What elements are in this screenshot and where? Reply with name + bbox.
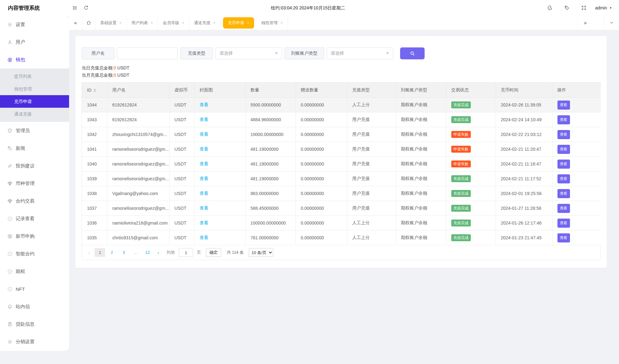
cell-type: 人工上分: [347, 98, 396, 112]
cover-view-link[interactable]: 查看: [200, 117, 209, 122]
status-badge: 充值完成: [451, 101, 471, 108]
sidebar-item-label: 智能合约: [16, 251, 35, 257]
per-page-select[interactable]: 10 条/页: [249, 248, 273, 257]
tag-icon[interactable]: [561, 2, 573, 14]
column-header-0[interactable]: ID: [82, 83, 107, 98]
sidebar-item-settings[interactable]: 设置: [0, 16, 69, 33]
confirm-button[interactable]: 确定: [206, 248, 221, 257]
sidebar-item-new-coin[interactable]: 新币申购: [0, 227, 69, 245]
view-button[interactable]: 查看: [557, 160, 570, 169]
totals: 当日充值总金额:0 USDT 当月充值总金额:0 USDT: [82, 64, 600, 79]
cell-coin: USDT: [169, 157, 194, 171]
page-1[interactable]: 1: [95, 248, 105, 257]
cell-id: 1039: [82, 171, 107, 186]
sidebar-item-smart-contract[interactable]: 智能合约: [0, 245, 69, 263]
theme-palette-icon[interactable]: [544, 2, 556, 14]
account-type-select[interactable]: 请选择: [327, 47, 393, 59]
sidebar-item-feedback[interactable]: 投拆建议: [0, 157, 69, 175]
cover-view-link[interactable]: 查看: [200, 102, 209, 107]
view-button[interactable]: 查看: [557, 174, 570, 183]
tab-5[interactable]: 钱包管理×: [257, 16, 288, 30]
cell-username: namioliveira218@gmail.com: [107, 216, 169, 231]
sidebar-item-label: 设置: [16, 22, 25, 28]
sidebar-toggle-icon[interactable]: [69, 2, 80, 14]
sidebar-item-distribution[interactable]: 分销设置: [0, 333, 69, 350]
tab-1[interactable]: 用户列表×: [127, 16, 158, 30]
page-12[interactable]: 12: [142, 248, 153, 257]
tabs-scroll-left-icon[interactable]: «: [69, 16, 82, 30]
close-icon[interactable]: ×: [182, 21, 184, 25]
cover-view-link[interactable]: 查看: [200, 235, 209, 240]
sidebar-item-records[interactable]: 记录查看: [0, 210, 69, 227]
sidebar-subitem-3[interactable]: 通道充值: [0, 108, 69, 120]
sidebar-item-admins[interactable]: 管理员: [0, 122, 69, 139]
fullscreen-icon[interactable]: [578, 2, 589, 14]
sidebar-item-news[interactable]: 新闻: [0, 139, 69, 157]
sidebar-subitem-2[interactable]: 充币申请: [0, 95, 69, 108]
cover-view-link[interactable]: 查看: [200, 132, 209, 137]
sidebar-subitem-0[interactable]: 提币列表: [0, 70, 69, 83]
cell-time: 2024-02-21 11:18:47: [496, 157, 552, 171]
table-row: 1035chriiis9315@gmail.comUSDT查看781.00000…: [82, 231, 601, 245]
cell-amount: 481.19000000: [245, 171, 296, 186]
close-icon[interactable]: ×: [280, 21, 283, 25]
cell-action: 查看: [552, 157, 601, 171]
username-input[interactable]: [117, 47, 178, 59]
cover-view-link[interactable]: 查看: [200, 161, 209, 166]
recharge-type-filter-label: 充值类型: [180, 47, 213, 59]
cover-view-link[interactable]: 查看: [200, 220, 209, 225]
cover-view-link[interactable]: 查看: [200, 176, 209, 181]
cell-type: 用户充值: [347, 157, 396, 171]
cover-view-link[interactable]: 查看: [200, 191, 209, 196]
goto-page-input[interactable]: [179, 248, 193, 257]
recharge-type-select[interactable]: 请选择: [215, 47, 282, 59]
close-icon[interactable]: ×: [119, 21, 122, 25]
cell-id: 1038: [82, 186, 107, 201]
next-page-icon[interactable]: ›: [154, 250, 162, 255]
search-button[interactable]: [400, 47, 425, 59]
tab-3[interactable]: 通道充值×: [189, 16, 221, 30]
cover-view-link[interactable]: 查看: [200, 205, 209, 210]
table-row: 10436192612824USDT查看4884.960000000.00000…: [82, 112, 601, 127]
sidebar-subitem-1[interactable]: 钱包管理: [0, 83, 69, 95]
tab-label: 通道充值: [194, 20, 210, 26]
sidebar-item-nft[interactable]: NFT: [0, 280, 69, 298]
view-button[interactable]: 查看: [557, 219, 570, 228]
tab-actions-dropdown-icon[interactable]: [604, 16, 619, 30]
sidebar-item-coins[interactable]: 币种管理: [0, 175, 69, 192]
refresh-icon[interactable]: [80, 2, 92, 14]
page-3[interactable]: 3: [118, 248, 129, 257]
sidebar-item-messages[interactable]: 站内信: [0, 298, 69, 315]
cell-status: 充值完成: [446, 171, 496, 186]
column-header-1: 用户名: [107, 83, 169, 98]
tab-0[interactable]: 基础设置×: [95, 16, 127, 30]
view-button[interactable]: 查看: [557, 115, 570, 124]
sidebar-item-loans[interactable]: 贷款信息: [0, 315, 69, 333]
home-icon[interactable]: [82, 16, 95, 30]
view-button[interactable]: 查看: [557, 145, 570, 154]
sidebar-item-contract-trade[interactable]: 合约交易: [0, 192, 69, 210]
user-menu[interactable]: admin ▼: [595, 5, 612, 10]
sidebar-item-users[interactable]: 用户: [0, 33, 69, 51]
page-2[interactable]: 2: [106, 248, 117, 257]
close-icon[interactable]: ×: [247, 21, 249, 25]
gear-icon: [7, 22, 13, 27]
view-button[interactable]: 查看: [557, 130, 570, 139]
tab-2[interactable]: 会员等级×: [158, 16, 189, 30]
sort-icon[interactable]: [94, 89, 96, 92]
close-icon[interactable]: ×: [151, 21, 153, 25]
view-button[interactable]: 查看: [557, 101, 570, 110]
cell-coin: USDT: [169, 171, 194, 186]
sidebar-item-wallet[interactable]: 钱包: [0, 51, 69, 68]
tabs-scroll-right-icon[interactable]: »: [578, 16, 593, 30]
today-total-value: 0: [114, 65, 116, 70]
view-button[interactable]: 查看: [557, 204, 570, 213]
prev-page-icon[interactable]: ‹: [85, 250, 93, 255]
sidebar-item-label: 记录查看: [16, 216, 35, 222]
view-button[interactable]: 查看: [557, 233, 570, 242]
sidebar-item-options[interactable]: 期权: [0, 263, 69, 280]
cover-view-link[interactable]: 查看: [200, 146, 209, 151]
tab-4[interactable]: 充币申请×: [223, 17, 254, 29]
close-icon[interactable]: ×: [213, 21, 216, 25]
view-button[interactable]: 查看: [557, 189, 570, 198]
